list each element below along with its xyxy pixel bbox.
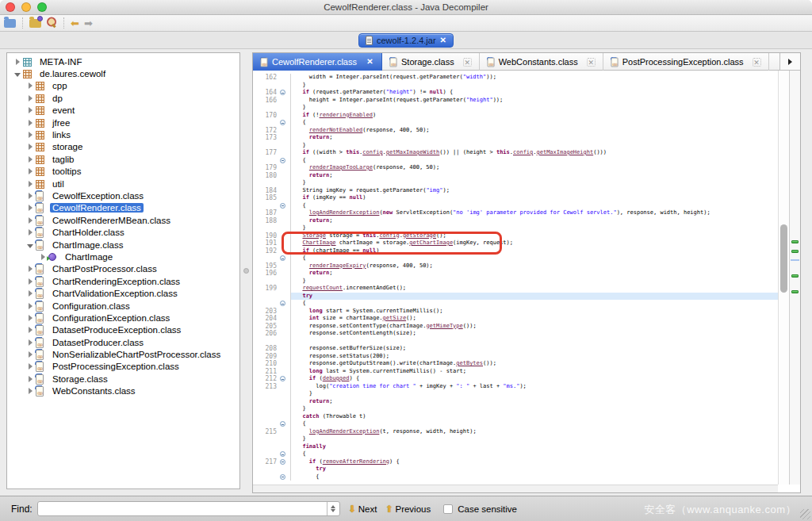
- tree-item[interactable]: Configuration.class: [7, 300, 239, 312]
- jar-tab[interactable]: cewolf-1.2.4.jar ✕: [358, 33, 454, 48]
- close-icon[interactable]: ✕: [366, 58, 374, 67]
- change-mark[interactable]: [791, 250, 799, 253]
- chevron-right-icon[interactable]: [25, 228, 36, 237]
- code-link[interactable]: getMaxImageWidth: [386, 149, 439, 155]
- chevron-right-icon[interactable]: [25, 350, 36, 359]
- code-link[interactable]: requestCount: [302, 285, 343, 291]
- code-link[interactable]: removeAfterRendering: [323, 458, 389, 465]
- collapse-icon[interactable]: [280, 203, 285, 209]
- code-link[interactable]: getSize: [383, 315, 407, 321]
- chevron-right-icon[interactable]: [25, 130, 36, 140]
- collapse-icon[interactable]: [280, 474, 285, 480]
- code-link[interactable]: getMimeType: [426, 323, 462, 329]
- chevron-right-icon[interactable]: [25, 203, 36, 213]
- tree-item[interactable]: taglib: [7, 153, 239, 165]
- code-link[interactable]: config: [513, 149, 533, 155]
- chevron-right-icon[interactable]: [25, 216, 36, 225]
- tree-item[interactable]: dp: [7, 92, 239, 104]
- editor-tab[interactable]: Storage.class✕: [382, 53, 480, 71]
- chevron-right-icon[interactable]: [12, 57, 23, 67]
- code-link[interactable]: renderNotEnabled: [309, 127, 362, 133]
- chevron-right-icon[interactable]: [25, 81, 36, 90]
- code-link[interactable]: getMaxImageHeight: [537, 149, 594, 155]
- panel-splitter[interactable]: [240, 52, 252, 489]
- collapse-icon[interactable]: [280, 158, 285, 163]
- tree-item[interactable]: NonSerializableChartPostProcessor.class: [7, 348, 239, 360]
- vertical-scrollbar[interactable]: [778, 71, 789, 485]
- tree-item[interactable]: CewolfException.class: [7, 190, 239, 201]
- tree-item[interactable]: jfree: [7, 117, 239, 128]
- chevron-right-icon[interactable]: [25, 264, 36, 274]
- find-input[interactable]: [38, 502, 327, 515]
- tree-item[interactable]: ChartHolder.class: [7, 226, 239, 238]
- change-mark[interactable]: [791, 240, 799, 243]
- tree-item[interactable]: DatasetProducer.class: [7, 336, 239, 348]
- collapse-icon[interactable]: [280, 421, 285, 427]
- chevron-right-icon[interactable]: [25, 191, 36, 201]
- find-history-stepper[interactable]: [327, 502, 339, 515]
- open-type-icon[interactable]: [29, 19, 41, 28]
- tree-item[interactable]: tooltips: [7, 166, 239, 178]
- code-link[interactable]: debugged: [323, 375, 350, 381]
- chevron-right-icon[interactable]: [25, 313, 36, 323]
- find-previous-icon[interactable]: ⬆: [385, 504, 393, 515]
- collapse-icon[interactable]: [280, 255, 285, 261]
- code-link[interactable]: ChartImage: [302, 239, 335, 246]
- editor-tab[interactable]: PostProcessingException.class✕: [603, 53, 769, 71]
- collapse-icon[interactable]: [280, 90, 285, 95]
- code-link[interactable]: config: [379, 232, 399, 239]
- search-icon[interactable]: [44, 15, 59, 31]
- tree-item[interactable]: ChartImage: [7, 251, 239, 262]
- collapse-icon[interactable]: [280, 459, 285, 465]
- editor-tab[interactable]: CewolfRenderer.class✕: [253, 53, 382, 71]
- tree-item[interactable]: ChartRenderingException.class: [7, 275, 239, 287]
- code-link[interactable]: Storage: [302, 232, 326, 239]
- position-mark[interactable]: [791, 259, 799, 261]
- tab-overflow-button[interactable]: [779, 53, 800, 70]
- code-link[interactable]: logAndRenderException: [309, 209, 380, 216]
- tree-item[interactable]: PostProcessingException.class: [7, 361, 239, 373]
- chevron-right-icon[interactable]: [25, 167, 36, 176]
- collapse-icon[interactable]: [280, 376, 285, 381]
- chevron-down-icon[interactable]: [25, 240, 36, 250]
- code-link[interactable]: getStorage: [403, 232, 436, 239]
- collapse-icon[interactable]: [280, 451, 285, 457]
- code-link[interactable]: renderImageExpiry: [309, 262, 366, 269]
- tree-item[interactable]: cpp: [7, 80, 239, 92]
- resize-grip-icon[interactable]: [800, 509, 810, 519]
- chevron-right-icon[interactable]: [25, 374, 36, 384]
- code-link[interactable]: renderImageTooLarge: [309, 164, 373, 170]
- back-icon[interactable]: ⬅: [71, 18, 79, 29]
- chevron-right-icon[interactable]: [25, 362, 36, 371]
- code-link[interactable]: renderingEnabled: [320, 112, 373, 118]
- open-file-icon[interactable]: [4, 19, 16, 28]
- code-link[interactable]: getChartImage: [409, 239, 453, 246]
- code-link[interactable]: getBytes: [456, 360, 483, 366]
- scrollbar-thumb[interactable]: [780, 224, 787, 293]
- collapse-icon[interactable]: [280, 120, 285, 125]
- tree-item[interactable]: CewolfRenderer.class: [7, 202, 239, 214]
- tree-item[interactable]: links: [7, 128, 239, 140]
- case-sensitive-checkbox[interactable]: [443, 504, 453, 514]
- horizontal-scrollbar[interactable]: [253, 485, 778, 492]
- chevron-right-icon[interactable]: [25, 94, 36, 103]
- tree-item[interactable]: storage: [7, 141, 239, 153]
- tree-item[interactable]: DatasetProduceException.class: [7, 324, 239, 336]
- editor-tab[interactable]: WebConstants.class✕: [480, 53, 603, 71]
- find-previous-button[interactable]: Previous: [395, 504, 431, 514]
- close-icon[interactable]: ✕: [463, 58, 472, 67]
- chevron-down-icon[interactable]: [12, 69, 23, 79]
- chevron-right-icon[interactable]: [25, 325, 36, 335]
- tree-item[interactable]: ChartValidationException.class: [7, 287, 239, 299]
- chevron-right-icon[interactable]: [25, 301, 36, 311]
- overview-ruler[interactable]: [789, 71, 800, 485]
- code-link[interactable]: logAndRenderException: [309, 428, 380, 435]
- chevron-right-icon[interactable]: [25, 105, 36, 115]
- chevron-right-icon[interactable]: [25, 289, 36, 298]
- collapse-icon[interactable]: [280, 301, 285, 306]
- find-next-icon[interactable]: ⬇: [348, 504, 356, 515]
- chevron-right-icon[interactable]: [25, 142, 36, 151]
- chevron-right-icon[interactable]: [25, 277, 36, 286]
- close-icon[interactable]: ✕: [753, 58, 761, 67]
- tree-item[interactable]: event: [7, 105, 239, 117]
